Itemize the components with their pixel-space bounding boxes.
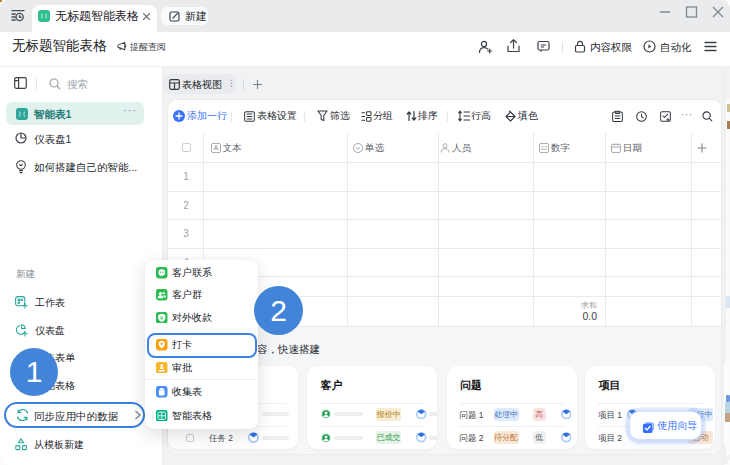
svg-text:12: 12 xyxy=(541,145,547,151)
